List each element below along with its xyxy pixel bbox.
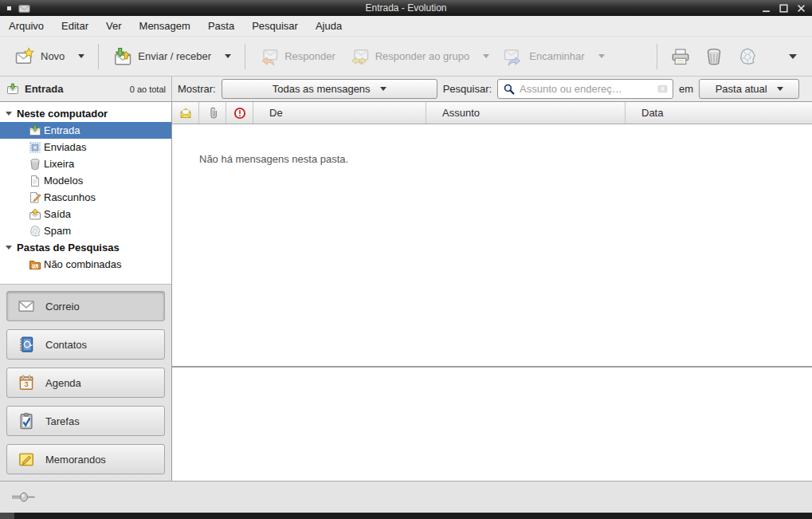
junk-button[interactable] bbox=[731, 41, 764, 72]
forward-button[interactable]: Encaminhar bbox=[496, 41, 611, 72]
toolbar: NovoEnviar / receberResponderResponder a… bbox=[0, 37, 812, 77]
maximize-button[interactable] bbox=[779, 3, 789, 14]
folder-item-rascunhos[interactable]: Rascunhos bbox=[0, 189, 171, 206]
toolbar-button-label: Enviar / receber bbox=[138, 50, 211, 62]
subject-column[interactable]: Assunto bbox=[426, 102, 626, 124]
read-status-column[interactable] bbox=[172, 102, 199, 124]
svg-text:3: 3 bbox=[25, 380, 29, 388]
menu-item-ajuda[interactable]: Ajuda bbox=[307, 16, 351, 36]
mail-read-icon bbox=[179, 107, 192, 120]
folder-label: Pastas de Pesquisas bbox=[17, 242, 120, 254]
online-status-icon[interactable] bbox=[10, 490, 39, 504]
search-input[interactable] bbox=[520, 83, 653, 95]
from-column[interactable]: De bbox=[253, 102, 426, 124]
delete-button[interactable] bbox=[697, 41, 731, 72]
search-icon[interactable] bbox=[503, 83, 516, 96]
folder-item-lixeira[interactable]: Lixeira bbox=[0, 155, 171, 172]
new-message-button[interactable]: Novo bbox=[8, 41, 92, 72]
folder-item-modelos[interactable]: Modelos bbox=[0, 172, 171, 189]
menu-item-pasta[interactable]: Pasta bbox=[199, 16, 243, 36]
folder-item-saida[interactable]: Saída bbox=[0, 206, 171, 222]
sidebar: Neste computadorEntradaEnviadasLixeiraMo… bbox=[0, 102, 172, 481]
chevron-down-icon bbox=[777, 87, 783, 91]
message-pane: DeAssuntoData Não há mensagens nesta pas… bbox=[172, 102, 812, 481]
folder-item-enviadas[interactable]: Enviadas bbox=[0, 139, 171, 155]
contacts-icon bbox=[18, 336, 35, 353]
search-folder-icon bbox=[29, 258, 41, 271]
in-label: em bbox=[679, 83, 693, 95]
menu-item-mensagem[interactable]: Mensagem bbox=[131, 16, 199, 36]
send-receive-button[interactable]: Enviar / receber bbox=[105, 41, 238, 72]
attachment-column[interactable] bbox=[199, 102, 226, 124]
toolbar-separator bbox=[657, 44, 657, 69]
folder-item-spam[interactable]: Spam bbox=[0, 222, 171, 239]
folder-label: Spam bbox=[44, 225, 71, 237]
close-button[interactable] bbox=[796, 3, 806, 14]
sent-icon bbox=[29, 141, 41, 154]
toolbar-group: ResponderResponder ao grupoEncaminhar bbox=[252, 41, 612, 72]
search-box bbox=[497, 79, 673, 99]
toolbar-overflow-button[interactable] bbox=[782, 49, 804, 65]
toolbar-separator bbox=[98, 44, 99, 69]
tree-group-neste-computador[interactable]: Neste computador bbox=[0, 105, 171, 122]
message-filter-dropdown[interactable]: Todas as mensagens bbox=[222, 79, 437, 99]
folder-label: Enviadas bbox=[44, 141, 86, 153]
menu-item-arquivo[interactable]: Arquivo bbox=[0, 16, 53, 36]
menu-item-ver[interactable]: Ver bbox=[97, 16, 131, 36]
reply-group-button[interactable]: Responder ao grupo bbox=[343, 41, 497, 72]
chevron-down-icon bbox=[225, 54, 231, 58]
mail-view-button[interactable]: Correio bbox=[6, 291, 165, 321]
bottom-screen-edge bbox=[0, 513, 812, 519]
switcher-button-label: Tarefas bbox=[45, 415, 80, 427]
folder-label: Neste computador bbox=[17, 108, 108, 120]
contacts-view-button[interactable]: Contatos bbox=[6, 329, 165, 360]
tasks-icon bbox=[18, 412, 35, 430]
titlebar-left bbox=[7, 2, 30, 14]
folder-label: Não combinadas bbox=[44, 258, 122, 270]
folder-item-entrada[interactable]: Entrada bbox=[0, 122, 171, 139]
bottom-corner bbox=[0, 513, 14, 519]
inbox-icon bbox=[29, 124, 41, 137]
message-filter-value: Todas as mensagens bbox=[273, 83, 371, 95]
folder-item-nao-combinadas[interactable]: Não combinadas bbox=[0, 256, 171, 273]
calendar-view-button[interactable]: 3Agenda bbox=[6, 368, 165, 398]
reply-all-icon bbox=[350, 47, 369, 66]
search-scope-dropdown[interactable]: Pasta atual bbox=[699, 79, 799, 99]
folder-label: Lixeira bbox=[44, 158, 74, 170]
outbox-icon bbox=[29, 208, 41, 221]
titlebar: Entrada - Evolution bbox=[0, 0, 812, 16]
minimize-button[interactable] bbox=[761, 3, 771, 14]
memo-icon bbox=[18, 450, 35, 468]
print-button[interactable] bbox=[664, 41, 697, 72]
mail-icon bbox=[18, 297, 35, 315]
printer-icon bbox=[671, 47, 690, 66]
toolbar-button-label: Encaminhar bbox=[529, 50, 584, 62]
reply-button[interactable]: Responder bbox=[252, 41, 343, 72]
message-list: Não há mensagens nesta pasta. bbox=[172, 124, 812, 366]
preview-pane bbox=[172, 368, 812, 481]
chevron-down-icon bbox=[78, 54, 84, 58]
switcher-button-label: Correio bbox=[45, 301, 80, 313]
date-column[interactable]: Data bbox=[626, 102, 812, 124]
priority-column[interactable] bbox=[226, 102, 253, 124]
header-row: Entrada 0 ao total Mostrar: Todas as men… bbox=[0, 77, 812, 102]
evolution-window: Entrada - Evolution ArquivoEditarVerMens… bbox=[0, 0, 812, 519]
switcher-button-label: Agenda bbox=[45, 377, 81, 389]
memos-view-button[interactable]: Memorandos bbox=[6, 444, 165, 474]
mail-new-icon bbox=[15, 47, 34, 66]
search-scope-value: Pasta atual bbox=[716, 83, 767, 95]
expander-icon[interactable] bbox=[6, 112, 12, 116]
tree-group-pastas-de-pesquisas[interactable]: Pastas de Pesquisas bbox=[0, 239, 171, 256]
toolbar-button-label: Responder bbox=[284, 50, 335, 62]
folder-tree: Neste computadorEntradaEnviadasLixeiraMo… bbox=[0, 102, 171, 284]
expander-icon[interactable] bbox=[6, 246, 12, 250]
clear-search-icon[interactable] bbox=[657, 83, 669, 95]
view-switcher: CorreioContatos3AgendaTarefasMemorandos bbox=[0, 284, 171, 481]
message-list-header: DeAssuntoData bbox=[172, 102, 812, 124]
folder-header: Entrada 0 ao total bbox=[0, 77, 172, 101]
menu-item-pesquisar[interactable]: Pesquisar bbox=[243, 16, 307, 36]
tasks-view-button[interactable]: Tarefas bbox=[6, 406, 165, 436]
trash-icon bbox=[29, 158, 41, 171]
toolbar-group: Novo bbox=[8, 41, 92, 72]
menu-item-editar[interactable]: Editar bbox=[53, 16, 97, 36]
